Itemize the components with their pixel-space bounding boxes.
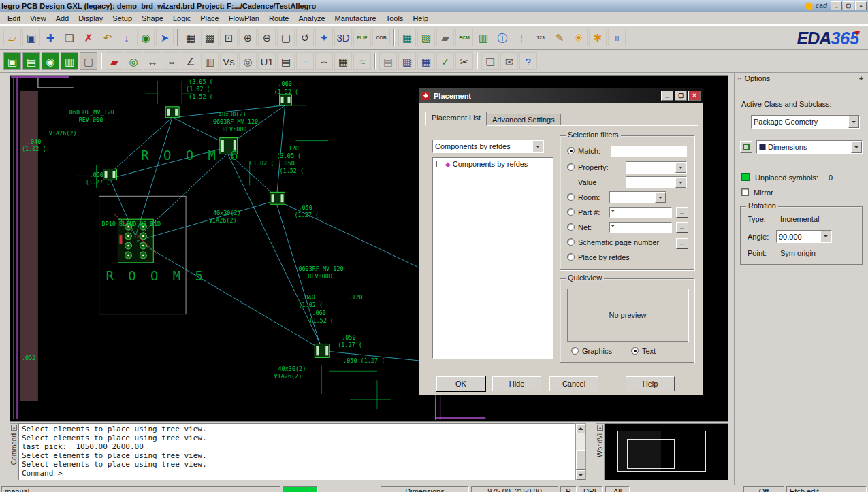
help-button[interactable]: Help [626,376,675,391]
match-radio[interactable] [567,147,575,154]
layers-icon[interactable]: ||| [608,29,626,46]
undo-icon[interactable]: ↶ [99,29,116,46]
text-radio[interactable] [631,347,639,355]
command-console[interactable]: Select elements to place using tree view… [18,423,575,480]
worldview-viewport[interactable] [627,439,675,469]
console-scrollbar[interactable] [575,423,586,480]
part-radio[interactable] [567,208,575,216]
array-icon[interactable]: ▦ [334,52,352,70]
rotation-angle-arrow-icon[interactable] [820,231,831,242]
command-prompt[interactable]: Command > [22,469,572,478]
snapshot-icon[interactable]: ◎ [239,52,257,70]
subclass-select-arrow-icon[interactable] [851,141,862,153]
menu-display[interactable]: Display [74,13,108,24]
shape-add-icon[interactable]: ▦ [398,29,416,46]
menu-edit[interactable]: Edit [3,13,25,24]
net-input[interactable] [609,222,672,233]
part-input[interactable] [609,207,672,218]
hide-button[interactable]: Hide [492,376,541,391]
class-select-arrow-icon[interactable] [848,116,859,128]
odb-export-icon[interactable]: ODB [372,29,390,46]
count-icon[interactable]: 123 [532,29,549,46]
report-icon[interactable]: ▤ [277,52,295,70]
room-select[interactable] [609,191,666,203]
schedule-icon[interactable]: ▦ [417,52,435,70]
scroll-thumb[interactable] [576,450,585,470]
mirror-checkbox[interactable] [741,188,749,196]
place-swap-icon[interactable]: ▥ [61,52,78,70]
menu-view[interactable]: View [25,13,51,24]
3d-view-icon[interactable]: 3D [334,29,352,46]
import-icon[interactable]: ↓ [118,29,135,46]
status-pick-button[interactable]: P [560,486,577,492]
place-replace-icon[interactable]: ◉ [42,52,59,70]
delete-icon[interactable]: ✗ [80,29,97,46]
dialog-maximize-button[interactable]: ▢ [675,91,687,101]
tree-item-checkbox[interactable] [436,161,443,167]
menu-analyze[interactable]: Analyze [293,13,329,24]
shape-red-icon[interactable]: ▰ [106,52,123,70]
options-pin-icon[interactable]: + [857,74,865,82]
wave-icon[interactable]: ≈ [353,52,371,70]
maximize-button[interactable]: ▢ [843,1,854,10]
property-radio[interactable] [567,163,575,171]
copy-group-icon[interactable]: ❏ [481,52,499,70]
dialog-minimize-button[interactable]: _ [661,91,673,101]
console-close-icon[interactable]: × [11,425,17,431]
menu-route[interactable]: Route [264,13,293,24]
components-filter-arrow-icon[interactable] [532,140,543,152]
probe-icon[interactable]: ➤ [156,29,174,46]
zoom-out-icon[interactable]: ⊖ [258,29,276,46]
minimize-button[interactable]: _ [831,1,842,10]
schematic-page-radio[interactable] [567,238,575,246]
notes-icon[interactable]: ▤ [379,52,397,70]
place-by-refdes-radio[interactable] [567,253,575,261]
dim-datum-icon[interactable]: ⇔ [163,52,180,70]
class-select[interactable]: Package Geometry [751,115,860,129]
graphics-radio[interactable] [571,347,579,355]
cancel-button[interactable]: Cancel [549,376,598,391]
info-icon[interactable]: ⓘ [494,29,511,46]
menu-setup[interactable]: Setup [108,13,137,24]
zoom-points-icon[interactable]: ⊡ [220,29,238,46]
components-filter-select[interactable]: Components by refdes [432,140,544,153]
open-icon[interactable]: ▱ [3,29,21,46]
mail-icon[interactable]: ✉ [500,52,518,70]
menu-add[interactable]: Add [51,13,74,24]
net-radio[interactable] [567,223,575,231]
menu-shape[interactable]: Shape [137,13,168,24]
grid-icon[interactable]: ▦ [182,29,199,46]
shape-edit-icon[interactable]: ▧ [417,29,435,46]
place-manual-icon[interactable]: ▣ [3,52,21,70]
schematic-browse-button[interactable]: ... [676,238,688,249]
padstack-icon[interactable]: -o- [315,52,333,70]
components-tree[interactable]: ◆ Components by refdes [432,157,553,359]
part-browse-button[interactable]: ... [676,207,688,218]
scroll-up-icon[interactable] [576,424,585,433]
menu-place[interactable]: Place [195,13,224,24]
value-select-arrow-icon[interactable] [675,177,686,188]
menu-manufacture[interactable]: Manufacture [330,13,381,24]
worldview-close-icon[interactable]: × [597,425,603,431]
subclass-select[interactable]: Dimensions [756,140,863,154]
help-icon[interactable]: ? [519,52,537,70]
flip-board-icon[interactable]: FLIP [353,29,371,46]
close-button[interactable]: × [855,1,867,10]
scroll-down-icon[interactable] [576,470,585,480]
tip-icon[interactable]: ! [513,29,530,46]
zoom-fit-icon[interactable]: ▢ [277,29,295,46]
settings-icon[interactable]: ✱ [589,29,607,46]
refdes-icon[interactable]: U1 [258,52,276,70]
pad-edit-icon[interactable]: ▫ [296,52,314,70]
save-icon[interactable]: ▣ [22,29,40,46]
worldview-panel[interactable] [605,423,728,480]
redraw-icon[interactable]: ✦ [315,29,333,46]
rotation-angle-select[interactable]: 90.000 [776,230,832,243]
brightness-icon[interactable]: ☀ [570,29,588,46]
via-icon[interactable]: ◎ [125,52,142,70]
subclass-color-button[interactable] [740,141,752,153]
placement-dialog-titlebar[interactable]: Placement _ ▢ × [419,88,703,103]
net-browse-button[interactable]: ... [676,222,688,233]
markup-icon[interactable]: ✎ [551,29,568,46]
room-select-arrow-icon[interactable] [655,192,666,203]
